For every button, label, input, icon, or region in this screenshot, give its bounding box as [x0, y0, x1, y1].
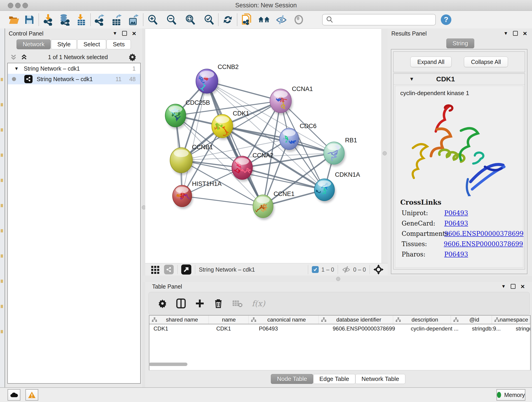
help-icon[interactable]: ?	[441, 14, 451, 25]
column-header-canonical-name[interactable]: canonical name	[249, 316, 319, 324]
string-document-icon[interactable]	[241, 14, 253, 26]
results-panel-maximize-icon[interactable]	[513, 31, 518, 36]
selected-nodes-checkbox-icon[interactable]	[312, 266, 319, 273]
horizontal-splitter-handle[interactable]	[336, 277, 340, 281]
control-panel-close-icon[interactable]: ×	[132, 32, 136, 35]
node-label-CCNB1: CCNB1	[192, 144, 213, 151]
network-graph[interactable]: CCNB2CCNA1CDC25BCDK1CDC6RB1CCNB1CCNA2CDK…	[145, 29, 381, 263]
export-table-icon[interactable]	[111, 14, 123, 26]
home-pages-icon[interactable]	[258, 14, 270, 26]
global-search-field[interactable]	[322, 14, 436, 26]
memory-button[interactable]: Memory	[496, 389, 525, 401]
search-input[interactable]	[336, 16, 435, 23]
tab-edge-table[interactable]: Edge Table	[313, 374, 355, 384]
network-view-canvas[interactable]: CCNB2CCNA1CDC25BCDK1CDC6RB1CCNB1CCNA2CDK…	[145, 29, 381, 263]
right-splitter-handle[interactable]	[383, 151, 387, 155]
delete-column-trash-icon[interactable]	[214, 298, 223, 308]
column-header-database-identifier[interactable]: database identifier	[319, 316, 393, 324]
tab-string[interactable]: String	[446, 38, 474, 48]
column-header-namespace[interactable]: namespace	[492, 316, 530, 324]
table-panel-float-icon[interactable]: ▼	[501, 284, 506, 289]
open-in-browser-icon[interactable]	[181, 264, 191, 274]
tab-node-table[interactable]: Node Table	[271, 374, 313, 384]
edge-CCNB2-HIST1H1A[interactable]	[182, 81, 207, 196]
memory-status-icon	[497, 392, 501, 398]
node-CCNA1[interactable]: CCNA1	[270, 85, 313, 115]
control-panel-float-icon[interactable]: ▼	[113, 31, 117, 36]
results-panel-close-icon[interactable]: ×	[523, 32, 527, 35]
zoom-fit-icon[interactable]	[184, 14, 196, 26]
collection-expand-icon[interactable]: ▼	[14, 66, 19, 71]
collapse-all-button[interactable]: Collapse All	[464, 57, 508, 67]
crosslink-genecard-link[interactable]: P06493	[444, 220, 468, 227]
tab-network[interactable]: Network	[17, 39, 51, 49]
crosslink-pharos-link[interactable]: P06493	[444, 251, 468, 258]
expand-all-icon[interactable]	[21, 54, 27, 61]
zoom-out-icon[interactable]	[165, 14, 177, 26]
network-row-selected[interactable]: String Network – cdk1 11 48	[8, 74, 140, 84]
grid-view-icon[interactable]	[151, 265, 160, 274]
import-table-icon[interactable]	[75, 14, 87, 26]
zoom-selected-icon[interactable]	[203, 14, 215, 26]
refresh-icon[interactable]	[222, 14, 234, 26]
delete-table-icon	[232, 299, 243, 308]
tab-sets[interactable]: Sets	[107, 39, 131, 49]
table-gear-icon[interactable]	[158, 299, 167, 308]
zoom-in-icon[interactable]	[147, 14, 158, 26]
open-session-icon[interactable]	[8, 14, 20, 26]
import-network-file-icon[interactable]	[42, 14, 54, 26]
tab-select[interactable]: Select	[77, 39, 106, 49]
export-network-icon[interactable]	[94, 14, 106, 26]
table-horizontal-scrollbar[interactable]	[149, 363, 187, 366]
collapse-all-icon[interactable]	[10, 54, 17, 61]
crosslink-tissues-link[interactable]: 9606.ENSP00000378699	[444, 240, 523, 248]
column-header-id[interactable]: @id	[451, 316, 492, 324]
column-header-name[interactable]: name	[209, 316, 249, 324]
network-options-gear-icon[interactable]	[128, 53, 137, 61]
network-collection-row[interactable]: ▼ String Network – cdk1 1	[8, 63, 140, 74]
hierarchy-icon	[152, 317, 157, 322]
crosslink-label: Compartments:	[402, 230, 444, 237]
birds-eye-crosshair-icon[interactable]	[374, 264, 384, 274]
export-image-icon[interactable]	[128, 14, 140, 26]
tab-network-table[interactable]: Network Table	[355, 374, 405, 384]
column-header-shared-name[interactable]: shared name	[149, 316, 209, 324]
node-label-CDKN1A: CDKN1A	[335, 171, 360, 178]
import-network-database-icon[interactable]	[59, 14, 70, 26]
node-label-CCNB2: CCNB2	[218, 64, 239, 70]
tab-style[interactable]: Style	[51, 39, 77, 49]
table-row[interactable]: CDK1 CDK1 P06493 9606.ENSP00000378699 cy…	[149, 324, 530, 333]
table-panel-close-icon[interactable]: ×	[520, 284, 525, 288]
crosslink-label: Uniprot:	[402, 210, 444, 217]
node-label-CCNE1: CCNE1	[273, 191, 295, 197]
control-panel-maximize-icon[interactable]	[122, 31, 127, 36]
hide-panel-eye-icon[interactable]	[275, 14, 287, 26]
network-node-count: 11	[115, 76, 121, 83]
show-graphics-eye-icon[interactable]	[293, 14, 305, 26]
node-CCNE1[interactable]: CCNE1	[253, 191, 295, 220]
crosslink-uniprot-link[interactable]: P06493	[444, 210, 468, 217]
crosslink-row: GeneCard:P06493	[402, 220, 523, 227]
column-header-description[interactable]: description	[393, 316, 451, 324]
save-session-icon[interactable]	[23, 14, 35, 26]
node-RB1[interactable]: RB1	[324, 137, 357, 166]
table-panel: Table Panel ▼ × f(x)	[145, 282, 532, 387]
results-panel-title: Results Panel	[391, 30, 427, 37]
table-panel-maximize-icon[interactable]	[511, 284, 515, 289]
current-network-dot-icon	[12, 77, 16, 81]
warnings-button[interactable]	[25, 389, 38, 401]
hierarchy-icon	[251, 317, 256, 322]
network-style-icon[interactable]	[164, 265, 174, 274]
expand-all-button[interactable]: Expand All	[410, 57, 452, 67]
gene-collapse-icon[interactable]: ▼	[409, 76, 414, 82]
crosslink-row: Tissues:9606.ENSP00000378699	[402, 240, 523, 248]
show-columns-icon[interactable]	[176, 298, 186, 308]
node-HIST1H1A[interactable]: HIST1H1A	[172, 180, 222, 209]
cloud-status-button[interactable]	[7, 389, 20, 401]
edge-CCNB2-CCNE1[interactable]	[207, 81, 263, 206]
edge-CCNE1-HIST1H1A[interactable]	[182, 196, 263, 206]
table-toolbar: f(x)	[148, 292, 530, 315]
crosslink-compartments-link[interactable]: 9606.ENSP00000378699	[444, 230, 524, 237]
add-column-icon[interactable]	[195, 299, 205, 308]
results-panel-float-icon[interactable]: ▼	[504, 31, 508, 36]
